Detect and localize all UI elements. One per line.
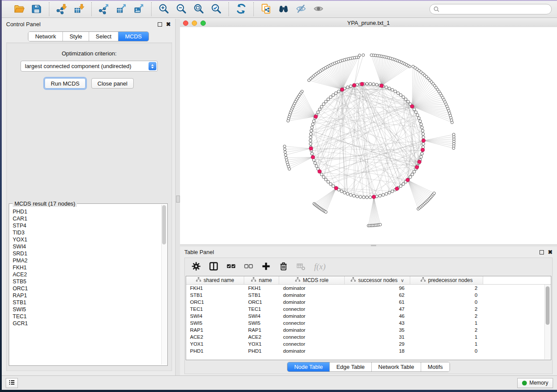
mcds-result-item[interactable]: ORC1 (13, 285, 161, 292)
network-node[interactable] (335, 92, 338, 95)
network-node[interactable] (359, 196, 362, 199)
network-node[interactable] (366, 196, 369, 199)
network-node[interactable] (322, 175, 325, 179)
network-node[interactable] (422, 133, 425, 136)
network-node[interactable] (343, 191, 346, 194)
network-node[interactable] (394, 90, 397, 93)
mcds-hub-node[interactable] (380, 84, 383, 87)
network-node[interactable] (413, 108, 416, 111)
mcds-hub-node[interactable] (418, 160, 421, 164)
criterion-select[interactable]: largest connected component (undirected) (21, 61, 158, 72)
table-row[interactable]: SWI5SWI5connector431 (186, 320, 551, 327)
network-node[interactable] (422, 136, 425, 139)
import-table-button[interactable] (71, 2, 87, 16)
network-node[interactable] (329, 96, 332, 99)
mcds-result-item[interactable]: CAR1 (13, 215, 161, 222)
network-node[interactable] (362, 196, 365, 199)
mcds-hub-node[interactable] (311, 155, 315, 159)
network-node[interactable] (358, 54, 361, 57)
network-node[interactable] (422, 142, 425, 145)
network-node[interactable] (453, 133, 455, 136)
network-node[interactable] (327, 180, 330, 183)
export-image-button[interactable] (131, 2, 147, 16)
network-node[interactable] (388, 191, 391, 194)
mcds-hub-node[interactable] (372, 195, 376, 199)
mcds-result-item[interactable]: PHD1 (13, 208, 161, 215)
network-node[interactable] (391, 190, 394, 193)
network-node[interactable] (375, 83, 378, 86)
network-node[interactable] (287, 120, 289, 122)
network-node[interactable] (346, 86, 349, 89)
network-node[interactable] (382, 193, 385, 196)
network-node[interactable] (416, 113, 419, 117)
network-node[interactable] (353, 194, 356, 197)
network-node[interactable] (388, 87, 391, 90)
mcds-hub-node[interactable] (421, 148, 425, 151)
network-node[interactable] (421, 126, 424, 129)
network-node[interactable] (405, 98, 408, 101)
mcds-hub-node[interactable] (422, 139, 425, 142)
window-minimize-icon[interactable] (192, 21, 197, 26)
network-node[interactable] (337, 90, 340, 93)
network-node[interactable] (309, 142, 312, 145)
network-node[interactable] (310, 129, 313, 132)
table-row[interactable]: STB1STB1dominator620 (186, 292, 551, 299)
column-header-shared-name[interactable]: shared name (186, 276, 244, 284)
network-node[interactable] (402, 96, 405, 99)
mcds-result-item[interactable]: SWI5 (13, 306, 161, 313)
mcds-hub-node[interactable] (360, 82, 364, 86)
mcds-result-item[interactable]: ACE2 (13, 271, 161, 278)
network-node[interactable] (327, 98, 330, 101)
tab-node-table[interactable]: Node Table (287, 362, 329, 371)
horizontal-splitter-handle[interactable] (371, 245, 376, 246)
network-node[interactable] (372, 83, 375, 86)
network-node[interactable] (370, 54, 373, 56)
network-node[interactable] (369, 83, 372, 86)
network-node[interactable] (315, 165, 318, 168)
network-node[interactable] (421, 152, 424, 155)
network-node[interactable] (420, 123, 423, 126)
mcds-result-item[interactable]: STB5 (13, 278, 161, 285)
tab-network-table[interactable]: Network Table (371, 362, 421, 371)
mcds-hub-node[interactable] (406, 178, 409, 182)
table-row[interactable]: TEC1TEC1connector472 (186, 306, 551, 313)
mcds-hub-node[interactable] (309, 147, 313, 150)
show-columns-button[interactable] (209, 262, 218, 272)
network-node[interactable] (433, 192, 436, 195)
zoom-in-button[interactable] (156, 2, 172, 16)
network-node[interactable] (284, 154, 287, 156)
tab-motifs[interactable]: Motifs (421, 362, 450, 371)
mcds-hub-node[interactable] (410, 105, 414, 108)
add-row-button[interactable] (262, 262, 270, 272)
copy-style-button[interactable] (258, 2, 274, 16)
network-node[interactable] (332, 93, 335, 96)
mcds-result-item[interactable]: YOX1 (13, 236, 161, 243)
network-node[interactable] (309, 136, 312, 139)
network-node[interactable] (391, 89, 394, 92)
mcds-hub-node[interactable] (334, 186, 338, 190)
network-node[interactable] (325, 100, 328, 103)
save-session-button[interactable] (29, 2, 45, 16)
close-panel-button-2[interactable]: Close panel (91, 78, 134, 89)
table-row[interactable]: ACE2ACE2connector311 (186, 334, 551, 340)
mcds-result-item[interactable]: SRD1 (13, 250, 161, 257)
zoom-out-button[interactable] (173, 2, 189, 16)
network-node[interactable] (309, 133, 312, 136)
mcds-scrollbar[interactable] (161, 205, 167, 364)
network-node[interactable] (329, 182, 332, 186)
network-node[interactable] (397, 92, 400, 95)
window-close-icon[interactable] (183, 21, 188, 26)
float-panel-button[interactable] (158, 22, 162, 27)
mcds-result-item[interactable]: STB1 (13, 299, 161, 306)
network-node[interactable] (311, 152, 314, 155)
network-node[interactable] (309, 139, 312, 142)
mcds-result-item[interactable]: FKH1 (13, 264, 161, 271)
network-node[interactable] (349, 85, 353, 88)
network-node[interactable] (308, 79, 310, 82)
network-node[interactable] (415, 111, 418, 114)
network-node[interactable] (320, 173, 323, 176)
network-node[interactable] (340, 190, 343, 193)
close-panel-button[interactable]: ✖ (166, 21, 171, 27)
vertical-splitter-handle[interactable] (176, 196, 180, 203)
tab-edge-table[interactable]: Edge Table (329, 362, 371, 371)
